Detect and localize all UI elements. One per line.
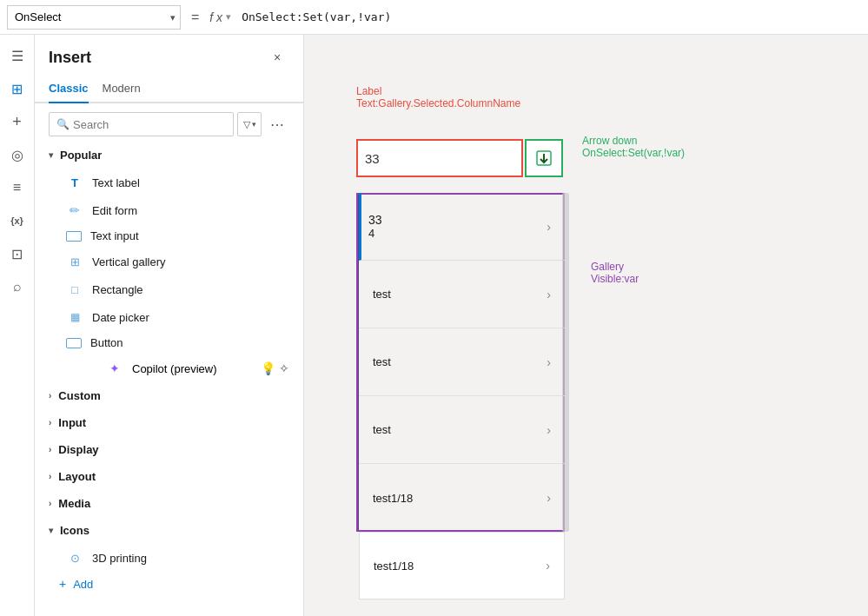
gallery-item-3-chevron: ›	[547, 355, 551, 369]
button-item-label: Button	[90, 336, 289, 349]
arrow-annotation-line2: OnSelect:Set(var,!var)	[582, 147, 685, 159]
gallery-item-3[interactable]: test ›	[359, 328, 565, 396]
scroll-indicator	[562, 193, 569, 532]
icon-rail: ☰ ⊞ + ◎ ≡ {x} ⊡ ⌕	[0, 35, 35, 616]
edit-form-icon: ✏	[66, 202, 83, 219]
panel-header: Insert ×	[35, 35, 303, 76]
canvas: Label Text:Gallery.Selected.ColumnName A…	[304, 35, 868, 616]
bottom-item-text: test1/18	[374, 560, 414, 573]
add-icon: +	[59, 577, 66, 591]
rectangle-item-label: Rectangle	[92, 283, 289, 296]
top-bar: OnSelect = f x ▾ OnSelect:Set(var,!var)	[0, 0, 868, 35]
panel-close-button[interactable]: ×	[265, 45, 289, 70]
list-item-text-label[interactable]: T Text label	[35, 169, 303, 196]
gallery-item-1[interactable]: 33 4 ›	[359, 193, 565, 261]
filter-button[interactable]: ▽ ▾	[237, 112, 262, 136]
arrow-down-icon	[533, 148, 554, 169]
list-item-vertical-gallery[interactable]: ⊞ Vertical gallery	[35, 248, 303, 275]
vertical-gallery-icon: ⊞	[66, 253, 83, 270]
panel-list: ▾ Popular T Text label ✏ Edit form Text …	[35, 142, 303, 616]
display-chevron-icon: ›	[49, 445, 51, 454]
layers-icon[interactable]: ⊞	[3, 75, 31, 103]
lightbulb-icon: 💡	[261, 361, 275, 375]
gallery-item-4-text: test	[373, 423, 391, 436]
canvas-arrow-button[interactable]	[525, 139, 563, 177]
gallery-item-1-text: 33	[368, 213, 382, 227]
list-item-date-picker[interactable]: ▦ Date picker	[35, 303, 303, 331]
add-row[interactable]: + Add	[35, 572, 303, 596]
label-annotation: Label Text:Gallery.Selected.ColumnName	[356, 85, 520, 109]
variables-icon[interactable]: {x}	[3, 207, 31, 235]
filter-chevron-icon: ▾	[252, 120, 256, 129]
list-item-rectangle[interactable]: □ Rectangle	[35, 275, 303, 303]
canvas-input-value: 33	[365, 151, 380, 166]
insert-panel: Insert × Classic Modern 🔍 ▽ ▾ ⋯ ▾ Po	[35, 35, 304, 616]
custom-chevron-icon: ›	[49, 391, 51, 401]
gallery-content: 33 4 › test › test › test › t	[359, 193, 565, 532]
gallery-annotation-line2: Visible:var	[591, 273, 639, 285]
media-icon[interactable]: ⊡	[3, 240, 31, 268]
label-annotation-line1: Label	[356, 85, 520, 97]
equals-symbol: =	[188, 10, 202, 25]
text-label-icon: T	[66, 174, 83, 191]
gallery-item-2[interactable]: test ›	[359, 261, 565, 328]
edit-form-item-label: Edit form	[92, 204, 289, 217]
gallery-item-4[interactable]: test ›	[359, 396, 565, 464]
list-item-edit-form[interactable]: ✏ Edit form	[35, 196, 303, 224]
copilot-icon: ✦	[106, 360, 123, 377]
gallery-item-5-chevron: ›	[547, 491, 551, 505]
vertical-gallery-item-label: Vertical gallery	[92, 255, 289, 268]
popular-chevron-icon: ▾	[49, 150, 53, 160]
gallery-item-5[interactable]: test1/18 ›	[359, 464, 565, 532]
section-icons[interactable]: ▾ Icons	[35, 517, 303, 544]
search-input[interactable]	[73, 118, 226, 131]
layout-label: Layout	[58, 470, 96, 483]
property-select-wrapper: OnSelect	[7, 5, 181, 30]
gallery-annotation: Gallery Visible:var	[591, 261, 639, 285]
section-media[interactable]: › Media	[35, 490, 303, 517]
fx-label: f x ▾	[209, 10, 231, 24]
section-input[interactable]: › Input	[35, 409, 303, 436]
list-item-3d-printing[interactable]: ⊙ 3D printing	[35, 544, 303, 572]
canvas-bottom-item[interactable]: test1/18 ›	[359, 532, 565, 599]
section-display[interactable]: › Display	[35, 436, 303, 463]
media-label: Media	[58, 497, 90, 510]
copilot-extra-icons: 💡 ✧	[261, 361, 289, 375]
text-label-item-label: Text label	[92, 176, 289, 189]
panel-title: Insert	[49, 49, 91, 67]
more-options-button[interactable]: ⋯	[265, 112, 289, 136]
section-custom[interactable]: › Custom	[35, 382, 303, 409]
gallery-annotation-line1: Gallery	[591, 261, 639, 273]
hamburger-icon[interactable]: ☰	[3, 42, 31, 70]
add-label: Add	[73, 578, 93, 591]
property-select[interactable]: OnSelect	[7, 5, 181, 30]
input-chevron-icon: ›	[49, 418, 51, 427]
filter-icon: ▽	[243, 119, 250, 130]
list-item-text-input[interactable]: Text input	[35, 224, 303, 248]
gallery-item-4-chevron: ›	[547, 423, 551, 437]
search-bar: 🔍 ▽ ▾ ⋯	[49, 112, 289, 136]
components-icon[interactable]: ◎	[3, 141, 31, 169]
section-layout[interactable]: › Layout	[35, 463, 303, 490]
search-side-icon[interactable]: ⌕	[3, 273, 31, 301]
formula-bar[interactable]: OnSelect:Set(var,!var)	[242, 10, 391, 23]
input-label: Input	[58, 416, 86, 429]
copilot-item-label: Copilot (preview)	[132, 362, 217, 375]
bottom-item-chevron: ›	[546, 559, 550, 573]
display-label: Display	[58, 443, 98, 456]
arrow-annotation: Arrow down OnSelect:Set(var,!var)	[582, 135, 685, 159]
date-picker-icon: ▦	[66, 308, 83, 326]
icons-label: Icons	[60, 524, 89, 537]
data-icon[interactable]: ≡	[3, 174, 31, 202]
tab-classic[interactable]: Classic	[49, 76, 89, 103]
add-circle-icon[interactable]: +	[3, 108, 31, 136]
section-popular[interactable]: ▾ Popular	[35, 142, 303, 169]
gallery-item-1-chevron: ›	[547, 220, 551, 234]
sparkle-icon: ✧	[279, 361, 289, 375]
tab-modern[interactable]: Modern	[103, 76, 141, 103]
list-item-copilot[interactable]: ✦ Copilot (preview) 💡 ✧	[35, 354, 303, 382]
canvas-text-input[interactable]: 33	[356, 139, 523, 177]
text-input-icon	[66, 231, 82, 242]
custom-label: Custom	[58, 389, 100, 402]
list-item-button[interactable]: Button	[35, 331, 303, 354]
